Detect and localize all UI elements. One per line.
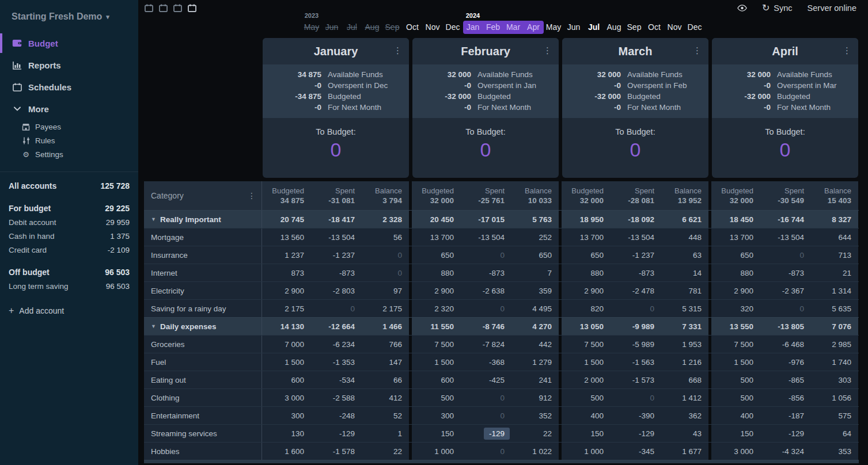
balance-cell[interactable]: 8 327 [811, 211, 858, 228]
balance-cell[interactable]: 43 [661, 425, 708, 442]
kebab-menu-icon[interactable]: ⋮ [843, 45, 851, 56]
balance-cell[interactable]: 353 [811, 443, 858, 460]
balance-cell[interactable]: 21 [811, 264, 858, 281]
budgeted-cell[interactable]: 13 700 [412, 228, 461, 246]
month-strip-item[interactable]: Nov [665, 21, 685, 34]
month-strip-item[interactable]: May [544, 21, 564, 34]
month-strip-item[interactable]: Oct [645, 21, 665, 34]
spent-cell[interactable]: 0 [461, 389, 511, 406]
balance-cell[interactable]: 442 [511, 336, 559, 353]
spent-cell[interactable]: -390 [611, 407, 661, 424]
month-strip-item[interactable]: May [302, 21, 322, 34]
budgeted-cell[interactable]: 650 [562, 246, 611, 264]
spent-cell[interactable]: -2 803 [311, 282, 362, 299]
spent-cell[interactable]: -13 504 [611, 228, 661, 246]
budgeted-cell[interactable]: 2 900 [562, 282, 611, 299]
spent-cell[interactable]: 0 [760, 246, 811, 264]
balance-cell[interactable]: 644 [811, 228, 858, 246]
budgeted-cell[interactable]: 500 [711, 389, 760, 406]
balance-cell[interactable]: 147 [362, 353, 409, 371]
privacy-eye-button[interactable] [737, 4, 747, 12]
spent-cell[interactable]: 0 [461, 443, 511, 460]
budgeted-cell[interactable]: 13 700 [711, 228, 760, 246]
sidebar-item-settings[interactable]: ⚙Settings [0, 147, 138, 161]
spent-cell[interactable]: -129 [760, 425, 811, 442]
category-name-cell[interactable]: Groceries [144, 336, 262, 353]
month-strip-item[interactable]: Feb [483, 21, 503, 34]
budgeted-cell[interactable]: 130 [262, 425, 311, 442]
balance-cell[interactable]: 7 [511, 264, 559, 281]
kebab-menu-icon[interactable]: ⋮ [393, 45, 402, 56]
spent-cell[interactable]: -12 664 [311, 318, 362, 335]
spent-cell[interactable]: -2 367 [760, 282, 811, 299]
category-name-cell[interactable]: Entertainment [144, 407, 262, 424]
budgeted-cell[interactable]: 880 [562, 264, 611, 281]
spent-cell[interactable]: -129 [461, 425, 511, 442]
balance-cell[interactable]: 63 [661, 246, 708, 264]
account-group-row[interactable]: Off budget96 503 [9, 265, 130, 279]
balance-cell[interactable]: 1 953 [661, 336, 708, 353]
spent-cell[interactable]: -856 [760, 389, 811, 406]
balance-cell[interactable]: 1 279 [511, 353, 559, 371]
budgeted-cell[interactable]: 150 [412, 425, 461, 442]
spent-cell[interactable]: -187 [760, 407, 811, 424]
budgeted-cell[interactable]: 13 550 [711, 318, 760, 335]
sync-button[interactable]: ↻ Sync [762, 3, 793, 13]
balance-cell[interactable]: 56 [362, 228, 409, 246]
budgeted-cell[interactable]: 13 560 [262, 228, 311, 246]
balance-cell[interactable]: 1 466 [362, 318, 409, 335]
sidebar-item-budget[interactable]: Budget [0, 32, 138, 54]
month-strip-item[interactable]: Jun [564, 21, 584, 34]
view-4-months-icon[interactable] [187, 4, 197, 12]
budgeted-cell[interactable]: 500 [711, 371, 760, 388]
spent-cell[interactable]: -1 578 [311, 443, 362, 460]
balance-cell[interactable]: 241 [511, 371, 559, 388]
collapse-triangle-icon[interactable]: ▼ [151, 216, 156, 222]
balance-cell[interactable]: 5 763 [511, 211, 559, 228]
budgeted-cell[interactable]: 3 000 [711, 443, 760, 460]
month-strip-item[interactable]: Jul [342, 21, 362, 34]
budgeted-cell[interactable]: 14 130 [262, 318, 311, 335]
sidebar-item-rules[interactable]: Rules [0, 134, 138, 147]
balance-cell[interactable]: 448 [661, 228, 708, 246]
column-header[interactable]: Balance10 033 [511, 181, 559, 210]
balance-cell[interactable]: 412 [362, 389, 409, 406]
budgeted-cell[interactable]: 1 600 [262, 443, 311, 460]
spent-cell[interactable]: -7 824 [461, 336, 511, 353]
spent-cell[interactable]: -13 504 [461, 228, 511, 246]
spent-cell[interactable]: -18 092 [611, 211, 661, 228]
balance-cell[interactable]: 1 [362, 425, 409, 442]
balance-cell[interactable]: 575 [811, 407, 858, 424]
budgeted-cell[interactable]: 820 [562, 300, 611, 317]
spent-cell[interactable]: -976 [760, 353, 811, 371]
spent-cell[interactable]: 0 [311, 300, 362, 317]
spent-cell[interactable]: -9 989 [611, 318, 661, 335]
sidebar-item-schedules[interactable]: Schedules [0, 76, 138, 98]
spent-cell[interactable]: -873 [760, 264, 811, 281]
spent-cell[interactable]: 0 [461, 246, 511, 264]
balance-cell[interactable]: 0 [362, 246, 409, 264]
spent-cell[interactable]: -18 417 [311, 211, 362, 228]
spent-cell[interactable]: -13 504 [311, 228, 362, 246]
to-budget-value[interactable]: 0 [562, 139, 708, 161]
balance-cell[interactable]: 7 331 [661, 318, 708, 335]
sidebar-item-reports[interactable]: Reports [0, 54, 138, 76]
spent-cell[interactable]: 0 [611, 300, 661, 317]
add-account-button[interactable]: +Add account [9, 306, 130, 316]
balance-cell[interactable]: 52 [362, 407, 409, 424]
spent-cell[interactable]: -1 353 [311, 353, 362, 371]
month-strip-item[interactable]: Apr [524, 21, 544, 34]
balance-cell[interactable]: 14 [661, 264, 708, 281]
balance-cell[interactable]: 5 315 [661, 300, 708, 317]
category-name-cell[interactable]: Insurrance [144, 246, 262, 264]
balance-cell[interactable]: 1 412 [661, 389, 708, 406]
budgeted-cell[interactable]: 150 [562, 425, 611, 442]
budgeted-cell[interactable]: 1 500 [711, 353, 760, 371]
category-name-cell[interactable]: Hobbies [144, 443, 262, 460]
budgeted-cell[interactable]: 500 [562, 389, 611, 406]
spent-cell[interactable]: -425 [461, 371, 511, 388]
month-strip-item[interactable]: Jun [322, 21, 342, 34]
spent-cell[interactable]: -8 746 [461, 318, 511, 335]
spent-cell[interactable]: -13 504 [760, 228, 811, 246]
budgeted-cell[interactable]: 600 [412, 371, 461, 388]
